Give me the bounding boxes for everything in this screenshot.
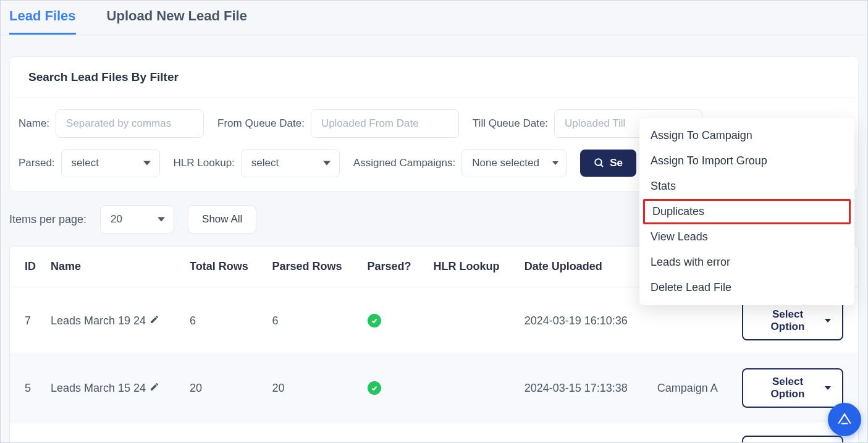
edit-icon[interactable] xyxy=(150,314,159,327)
items-per-page-label: Items per page: xyxy=(9,213,86,226)
check-icon xyxy=(368,314,381,327)
dropdown-item-duplicates[interactable]: Duplicates xyxy=(643,199,851,224)
parsed-label: Parsed: xyxy=(19,157,55,169)
cell-name: Leads March 19 24 xyxy=(43,287,182,355)
col-parsed-rows: Parsed Rows xyxy=(264,247,360,287)
items-per-page-select[interactable]: 20 xyxy=(100,205,174,234)
check-icon xyxy=(368,381,381,395)
cell-id: 5 xyxy=(10,355,43,422)
tab-lead-files[interactable]: Lead Files xyxy=(9,8,76,35)
triangle-icon xyxy=(836,411,853,428)
select-option-button[interactable]: Select Option xyxy=(742,301,843,340)
items-per-page-value: 20 xyxy=(111,213,122,226)
cell-hlr xyxy=(426,355,516,422)
tabs-bar: Lead Files Upload New Lead File xyxy=(1,1,867,35)
show-all-button[interactable]: Show All xyxy=(188,205,256,234)
dropdown-item-stats[interactable]: Stats xyxy=(639,174,854,199)
col-name: Name xyxy=(43,247,182,287)
col-date: Date Uploaded xyxy=(517,247,650,287)
dropdown-item-view-leads[interactable]: View Leads xyxy=(639,224,854,250)
cell-name: Leads March 15 24 xyxy=(43,355,182,422)
cell-parsed xyxy=(360,422,426,444)
cell-hlr xyxy=(426,287,516,355)
from-date-label: From Queue Date: xyxy=(217,117,305,130)
caret-down-icon xyxy=(825,319,831,323)
filter-from-date: From Queue Date: xyxy=(217,109,459,138)
col-total-rows: Total Rows xyxy=(182,247,264,287)
cell-parsed-rows: 6 xyxy=(264,287,360,355)
name-input[interactable] xyxy=(56,109,204,138)
till-date-label: Till Queue Date: xyxy=(473,117,548,130)
search-button[interactable]: Se xyxy=(580,150,636,177)
cell-total: 6 xyxy=(182,287,264,355)
select-option-button[interactable]: Select Option xyxy=(742,368,843,408)
caret-down-icon xyxy=(825,386,831,390)
table-row: 5 Leads March 15 24 20 20 2024-03-15 17:… xyxy=(10,355,858,422)
search-icon xyxy=(594,158,605,169)
cell-parsed xyxy=(360,287,426,355)
search-button-label: Se xyxy=(610,157,623,169)
cell-date: 2024-03-15 17:13:38 xyxy=(517,355,650,422)
filter-name: Name: xyxy=(19,109,204,138)
name-label: Name: xyxy=(19,117,49,130)
cell-parsed-rows: 20 xyxy=(264,355,360,422)
cell-date: 2024-03-05 09:51:59 xyxy=(517,422,650,444)
cell-id: 7 xyxy=(10,287,43,355)
cell-total: 20 xyxy=(182,355,264,422)
col-id: ID xyxy=(10,247,43,287)
cell-parsed-rows: 69 xyxy=(264,422,360,444)
cell-id: 1 xyxy=(10,422,43,444)
col-parsed: Parsed? xyxy=(360,247,426,287)
tab-upload-new[interactable]: Upload New Lead File xyxy=(107,8,247,35)
campaigns-label: Assigned Campaigns: xyxy=(353,157,455,169)
cell-campaigns: Campaign A xyxy=(650,422,735,444)
filter-hlr: HLR Lookup: select xyxy=(174,149,340,177)
parsed-select[interactable]: select xyxy=(61,149,160,177)
chevron-down-icon xyxy=(323,161,331,166)
hlr-select[interactable]: select xyxy=(241,149,340,177)
campaigns-value: None selected xyxy=(472,157,539,169)
from-date-input[interactable] xyxy=(311,109,459,138)
svg-point-0 xyxy=(595,159,602,166)
row-action-dropdown: Assign To CampaignAssign To Import Group… xyxy=(639,118,854,305)
dropdown-item-assign-to-campaign[interactable]: Assign To Campaign xyxy=(639,123,854,148)
select-option-button[interactable]: Select Option xyxy=(742,436,843,443)
chevron-down-icon xyxy=(158,217,165,222)
filter-campaigns: Assigned Campaigns: None selected xyxy=(353,149,567,177)
cell-hlr xyxy=(426,422,516,444)
cell-campaigns: Campaign A xyxy=(650,355,735,422)
table-row: 1 Leads March 05 24 69 69 2024-03-05 09:… xyxy=(10,422,858,444)
cell-name: Leads March 05 24 xyxy=(43,422,182,444)
cell-total: 69 xyxy=(182,422,264,444)
hlr-value: select xyxy=(251,157,279,169)
filter-parsed: Parsed: select xyxy=(19,149,160,177)
dropdown-item-leads-with-error[interactable]: Leads with error xyxy=(639,250,854,275)
campaigns-select[interactable]: None selected xyxy=(461,149,567,177)
cell-parsed xyxy=(360,355,426,422)
col-hlr: HLR Lookup xyxy=(426,247,516,287)
cell-date: 2024-03-19 16:10:36 xyxy=(517,287,650,355)
dropdown-item-delete-lead-file[interactable]: Delete Lead File xyxy=(639,275,854,300)
dropdown-item-assign-to-import-group[interactable]: Assign To Import Group xyxy=(639,148,854,174)
hlr-label: HLR Lookup: xyxy=(174,157,235,169)
parsed-value: select xyxy=(72,157,99,169)
help-fab[interactable] xyxy=(828,403,861,436)
svg-line-1 xyxy=(600,164,603,167)
caret-down-icon xyxy=(552,161,558,165)
chevron-down-icon xyxy=(143,161,151,166)
edit-icon[interactable] xyxy=(150,382,159,395)
filter-card-title: Search Lead Files By Filter xyxy=(10,57,858,98)
